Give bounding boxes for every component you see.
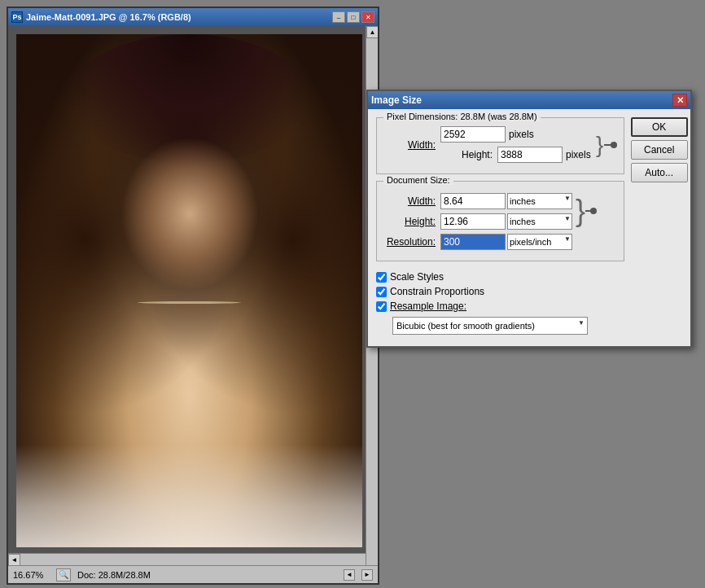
constrain-proportions-label: Constrain Proportions — [390, 286, 484, 297]
ps-scrollbar-bottom[interactable]: ◄ — [8, 553, 366, 565]
ps-scroll-up-arrow[interactable]: ▲ — [366, 26, 378, 38]
photo-frame — [16, 34, 362, 547]
doc-height-label: Height: — [383, 216, 440, 227]
ps-window-title: Jaime-Matt-0091.JPG @ 16.7% (RGB/8) — [26, 12, 191, 22]
pixel-dimensions-group: Pixel Dimensions: 28.8M (was 28.8M) Widt… — [376, 117, 624, 174]
doc-resolution-label: Resolution: — [383, 236, 440, 248]
doc-chain-bracket: } — [576, 196, 597, 226]
doc-resolution-unit-select[interactable]: pixels/inch pixels/cm — [507, 234, 572, 250]
constrain-proportions-checkbox[interactable] — [376, 287, 387, 297]
ps-close-button[interactable]: ✕ — [361, 11, 374, 23]
resample-method-select[interactable]: Bicubic (best for smooth gradients) Bicu… — [392, 317, 588, 335]
doc-width-row: Width: inches cm mm points picas columns — [383, 193, 572, 209]
document-size-title: Document Size: — [383, 175, 453, 185]
scale-styles-row: Scale Styles — [376, 271, 624, 283]
doc-size-fields: Width: inches cm mm points picas columns — [383, 190, 572, 254]
resample-image-label: Resample Image: — [390, 301, 466, 312]
ps-statusbar: 16.67% 🔍 Doc: 28.8M/28.8M ◄ ► — [8, 565, 378, 583]
resample-method-wrapper: Bicubic (best for smooth gradients) Bicu… — [392, 317, 588, 335]
ps-window-controls[interactable]: – □ ✕ — [332, 11, 374, 23]
doc-width-input[interactable] — [440, 193, 506, 209]
pixel-height-label-spacer: Height: — [440, 149, 497, 160]
image-size-dialog: Image Size ✕ Pixel Dimensions: 28.8M (wa… — [366, 90, 692, 348]
scale-styles-checkbox[interactable] — [376, 272, 387, 283]
pixel-width-row: Width: pixels Height: — [383, 126, 617, 163]
doc-resolution-input[interactable] — [440, 234, 506, 250]
pixel-fields-with-bracket: pixels Height: pixels } — [440, 126, 617, 163]
doc-width-unit-select[interactable]: inches cm mm points picas columns percen… — [507, 193, 572, 209]
ps-nav-right-button[interactable]: ► — [361, 569, 373, 581]
doc-width-label: Width: — [383, 195, 440, 207]
ps-zoom-level: 16.67% — [13, 570, 50, 580]
doc-height-row: Height: inches cm mm points picas percen… — [383, 213, 572, 230]
ps-zoom-icon[interactable]: 🔍 — [56, 568, 71, 581]
pixel-height-unit: pixels — [566, 149, 591, 160]
photo-jewelry — [138, 301, 242, 304]
doc-height-unit-select[interactable]: inches cm mm points picas percent — [507, 213, 572, 230]
ps-titlebar: Ps Jaime-Matt-0091.JPG @ 16.7% (RGB/8) –… — [8, 8, 378, 26]
ps-minimize-button[interactable]: – — [332, 11, 345, 23]
auto-button[interactable]: Auto... — [631, 163, 688, 182]
pixel-dimensions-value: 28.8M (was 28.8M) — [460, 112, 536, 121]
dialog-buttons: OK Cancel Auto... — [631, 117, 688, 338]
ps-doc-info: Doc: 28.8M/28.8M — [77, 570, 337, 580]
pixel-height-input[interactable] — [497, 147, 563, 163]
options-section: Scale Styles Constrain Proportions Resam… — [376, 268, 624, 338]
pixel-dimensions-title: Pixel Dimensions: 28.8M (was 28.8M) — [383, 112, 541, 121]
photo-dress — [16, 445, 362, 547]
document-size-group: Document Size: Width: inches cm — [376, 181, 624, 261]
ps-title-left: Ps Jaime-Matt-0091.JPG @ 16.7% (RGB/8) — [11, 11, 191, 23]
pixel-width-input[interactable] — [440, 126, 506, 143]
pixel-width-label: Width: — [383, 139, 440, 151]
ps-canvas-area: ▲ ◄ — [8, 26, 378, 565]
pixel-height-label: Height: — [462, 149, 493, 160]
pixel-width-unit: pixels — [509, 129, 534, 140]
ps-scroll-left-arrow[interactable]: ◄ — [8, 554, 20, 565]
resample-image-checkbox[interactable] — [376, 301, 387, 312]
dialog-title: Image Size — [371, 94, 422, 106]
dialog-titlebar: Image Size ✕ — [368, 91, 690, 109]
ok-button[interactable]: OK — [631, 117, 688, 137]
ps-app-icon: Ps — [11, 11, 23, 23]
ps-nav-left-button[interactable]: ◄ — [344, 569, 355, 581]
doc-resolution-row: Resolution: pixels/inch pixels/cm — [383, 234, 572, 250]
resample-image-row: Resample Image: — [376, 301, 624, 312]
cancel-button[interactable]: Cancel — [631, 140, 688, 160]
scale-styles-label: Scale Styles — [390, 271, 444, 283]
dialog-body: Pixel Dimensions: 28.8M (was 28.8M) Widt… — [368, 109, 690, 346]
photo-face — [120, 137, 259, 291]
constrain-proportions-row: Constrain Proportions — [376, 286, 624, 297]
doc-height-input[interactable] — [440, 213, 506, 230]
ps-maximize-button[interactable]: □ — [347, 11, 360, 23]
dialog-main: Pixel Dimensions: 28.8M (was 28.8M) Widt… — [376, 117, 624, 338]
dialog-close-button[interactable]: ✕ — [672, 94, 687, 107]
photo-background — [16, 34, 362, 547]
photoshop-window: Ps Jaime-Matt-0091.JPG @ 16.7% (RGB/8) –… — [7, 7, 379, 585]
pixel-chain-bracket: } — [591, 134, 604, 155]
